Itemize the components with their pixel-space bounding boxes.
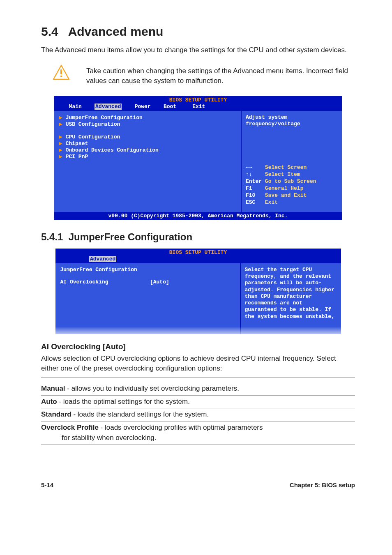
submenu-header: JumperFree Configuration bbox=[60, 267, 235, 273]
menu-item: JumperFree Configuration bbox=[66, 115, 143, 121]
submenu-arrow-icon: ▶ bbox=[59, 154, 66, 160]
tab-power: Power bbox=[135, 104, 151, 110]
submenu-arrow-icon: ▶ bbox=[59, 147, 66, 153]
legend-key: Enter bbox=[246, 178, 262, 184]
option-term: Manual bbox=[41, 385, 65, 392]
bios-menu-pane: JumperFree Configuration AI Overclocking… bbox=[55, 263, 241, 334]
tab-advanced: Advanced bbox=[95, 104, 122, 110]
page-footer: 5-14 Chapter 5: BIOS setup bbox=[41, 481, 355, 488]
menu-item: USB Configuration bbox=[66, 121, 120, 127]
submenu-arrow-icon: ▶ bbox=[59, 134, 66, 140]
bios-help-text: Select the target CPU frequency, and the… bbox=[245, 267, 337, 328]
submenu-arrow-icon: ▶ bbox=[59, 121, 66, 127]
menu-item: Chipset bbox=[66, 140, 88, 147]
legend-action: Select Screen bbox=[265, 164, 307, 170]
section-title: Advanced menu bbox=[68, 25, 164, 38]
caution-text: Take caution when changing the settings … bbox=[86, 64, 355, 86]
bios-key-legend: ←→ Select Screen ↑↓ Select Item Enter Go… bbox=[246, 164, 338, 206]
setting-description: Allows selection of CPU overclocking opt… bbox=[41, 354, 355, 378]
legend-key: F10 bbox=[246, 192, 255, 198]
legend-action: General Help bbox=[265, 185, 304, 191]
caution-icon bbox=[53, 64, 70, 82]
legend-key: ↑↓ bbox=[246, 171, 252, 177]
bios-title: BIOS SETUP UTILITY bbox=[54, 96, 342, 103]
bios-tab-bar: Advanced bbox=[55, 256, 341, 263]
option-line: Manual - allows you to individually set … bbox=[41, 382, 355, 396]
bios-menu-pane: ▶ JumperFree Configuration ▶ USB Configu… bbox=[54, 111, 242, 212]
subsection-title: JumperFree Configuration bbox=[69, 231, 192, 242]
section-number: 5.4 bbox=[41, 25, 58, 38]
option-list: Manual - allows you to individually set … bbox=[41, 382, 355, 444]
option-line: Standard - loads the standard settings f… bbox=[41, 408, 355, 421]
legend-key: F1 bbox=[246, 185, 252, 191]
option-line: Overclock Profile - loads overclocking p… bbox=[41, 421, 355, 444]
legend-action: Exit bbox=[265, 199, 278, 205]
option-term: Auto bbox=[41, 398, 57, 405]
bios-help-text: Adjust system frequency/voltage bbox=[246, 114, 338, 128]
bios-copyright: v00.00 (C)Copyright 1985-2003, American … bbox=[54, 212, 342, 220]
caution-callout: Take caution when changing the settings … bbox=[41, 64, 355, 86]
legend-key: ESC bbox=[246, 199, 255, 205]
bios-help-pane: Adjust system frequency/voltage ←→ Selec… bbox=[242, 111, 342, 212]
page-number: 5-14 bbox=[41, 481, 53, 488]
tab-boot: Boot bbox=[164, 104, 176, 110]
menu-item: CPU Configuration bbox=[66, 134, 120, 140]
tab-advanced: Advanced bbox=[89, 256, 116, 262]
legend-key: ←→ bbox=[246, 164, 252, 170]
section-intro: The Advanced menu items allow you to cha… bbox=[41, 45, 355, 55]
submenu-arrow-icon: ▶ bbox=[59, 115, 66, 121]
legend-action: Save and Exit bbox=[265, 192, 307, 198]
subsection-heading: 5.4.1 JumperFree Configuration bbox=[41, 231, 355, 243]
svg-rect-2 bbox=[60, 76, 62, 77]
option-text-continuation: for stability when overclocking. bbox=[62, 433, 355, 443]
bios-screenshot-jumperfree: BIOS SETUP UTILITY Advanced JumperFree C… bbox=[55, 249, 341, 334]
setting-value: [Auto] bbox=[150, 279, 169, 285]
option-term: Standard bbox=[41, 410, 71, 418]
bios-help-pane: Select the target CPU frequency, and the… bbox=[241, 263, 341, 334]
bios-screenshot-advanced-menu: BIOS SETUP UTILITY Main Advanced Power B… bbox=[54, 96, 342, 220]
menu-item: Onboard Devices Configuration bbox=[66, 147, 159, 153]
section-heading: 5.4 Advanced menu bbox=[41, 25, 355, 39]
tab-main: Main bbox=[69, 104, 82, 110]
legend-action: Go to Sub Screen bbox=[265, 178, 316, 184]
menu-item: PCI PnP bbox=[66, 154, 88, 160]
chapter-label: Chapter 5: BIOS setup bbox=[290, 481, 355, 488]
tab-exit: Exit bbox=[192, 104, 205, 110]
setting-label: AI Overclocking bbox=[60, 279, 108, 285]
bios-title: BIOS SETUP UTILITY bbox=[55, 249, 341, 256]
bios-tab-bar: Main Advanced Power Boot Exit bbox=[54, 103, 342, 111]
legend-action: Select Item bbox=[265, 171, 300, 177]
option-term: Overclock Profile bbox=[41, 424, 99, 431]
subsection-number: 5.4.1 bbox=[41, 231, 63, 242]
option-line: Auto - loads the optimal settings for th… bbox=[41, 396, 355, 409]
setting-heading: AI Overclocking [Auto] bbox=[41, 342, 355, 351]
svg-rect-1 bbox=[60, 69, 62, 74]
submenu-arrow-icon: ▶ bbox=[59, 140, 66, 147]
